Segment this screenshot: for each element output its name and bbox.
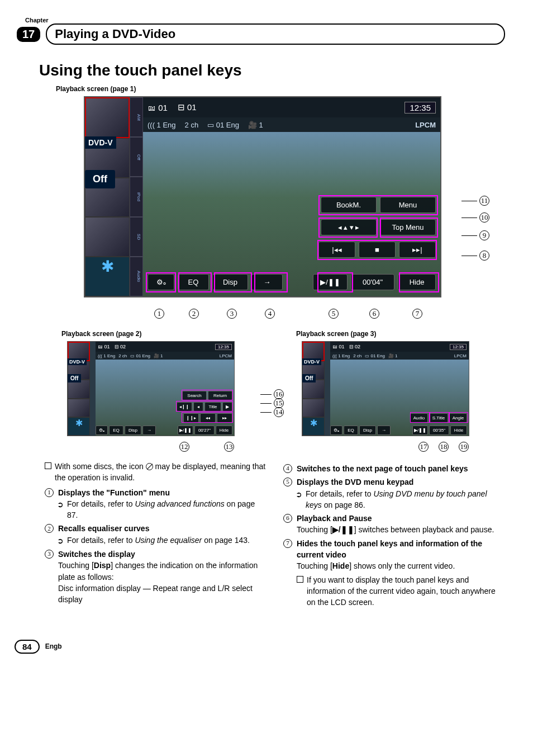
tab-sd[interactable]: SD	[130, 217, 143, 257]
s3-hide-button[interactable]: Hide	[450, 426, 467, 435]
item-6-line1: Touching [▶/❚❚] switches between playbac…	[297, 524, 494, 535]
gear-icon: ⚙ₒ	[156, 278, 166, 286]
source-thumb-sd[interactable]	[85, 217, 130, 257]
angle-button[interactable]: Angle	[449, 413, 467, 423]
s2-disp-button[interactable]: Disp	[125, 426, 141, 435]
s3-time: 00'35"	[429, 426, 449, 435]
s3-next-page-button[interactable]: →	[377, 426, 391, 435]
callout-5: 5	[329, 309, 339, 319]
subtitle-button[interactable]: S.Title	[429, 413, 448, 423]
s3-disp-button[interactable]: Disp	[359, 426, 376, 435]
eq-button[interactable]: EQ	[178, 274, 209, 290]
audio-button[interactable]: Audio	[410, 413, 428, 423]
next-button[interactable]: ▸▸|	[399, 242, 436, 258]
bookmark-button[interactable]: BookM.	[321, 197, 377, 213]
callout-10: 10	[479, 212, 489, 223]
tab-ipod[interactable]: iPod	[130, 177, 143, 216]
title-next-button[interactable]: ▶	[222, 402, 232, 412]
callout-19: 19	[459, 442, 469, 452]
rewind-button[interactable]: ◂◂	[200, 413, 216, 423]
s3-thumb[interactable]: ✱	[302, 417, 325, 436]
note-invalid: With some discs, the icon may be display…	[55, 461, 266, 484]
s3-gear-button[interactable]: ⚙ₒ	[330, 426, 342, 435]
chapter-label: Chapter	[25, 17, 505, 23]
s3-angle: 🎥 1	[388, 353, 398, 358]
note-box-icon	[297, 576, 303, 583]
s2-next-page-button[interactable]: →	[142, 426, 156, 435]
section-title: Playing a DVD-Video	[46, 23, 505, 45]
next-page-button[interactable]: →	[251, 274, 283, 290]
enum-2: 2	[45, 524, 54, 533]
s2-gear-button[interactable]: ⚙ₒ	[96, 426, 108, 435]
dvd-label: DVD-V	[85, 136, 116, 149]
s3-play-button[interactable]: ▶/❚❚	[412, 426, 428, 435]
s2-time: 00'27"	[194, 426, 215, 435]
fast-forward-button[interactable]: ▸▸	[217, 413, 232, 423]
return-button[interactable]: Return	[208, 391, 232, 400]
s2-dvd-label: DVD-V	[68, 358, 87, 365]
callout-2: 2	[189, 309, 199, 319]
callout-4: 4	[265, 309, 275, 319]
item-3-title: Switches the display	[58, 549, 266, 560]
stop-button[interactable]: ■	[359, 242, 396, 258]
refer-icon: ➲	[296, 489, 302, 511]
s3-off-label[interactable]: Off	[302, 374, 316, 382]
s3-thumb[interactable]	[302, 399, 325, 417]
playback-screen-2: ✱ 🖭 01 ⊟ 02 12:35 ((( 1 Eng 2 ch ▭ 01 En…	[67, 341, 235, 436]
item-1-sub: For details, refer to Using advanced fun…	[67, 498, 266, 521]
source-thumb-audio[interactable]: ✱	[85, 257, 130, 296]
play-pause-button[interactable]: ▶/❚❚	[313, 274, 348, 290]
callout-9: 9	[479, 230, 489, 240]
callouts-below-large: 1 2 3 4 5 6 7	[84, 303, 441, 320]
source-thumb-dvd[interactable]	[85, 97, 130, 138]
s3-thumb[interactable]	[302, 380, 325, 398]
tab-audio[interactable]: Audio	[130, 257, 143, 296]
info-strip-2: ((( 1 Eng 2 ch ▭ 01 Eng 🎥 1 LPCM	[143, 117, 440, 132]
item-7-title: Hides the touch panel keys and informati…	[297, 538, 505, 561]
body-columns: With some discs, the icon may be display…	[45, 461, 505, 612]
callout-17: 17	[418, 442, 429, 452]
tab-off[interactable]: Off	[130, 137, 143, 177]
s2-audio: ((( 1 Eng	[98, 353, 115, 358]
left-column: With some discs, the icon may be display…	[45, 461, 266, 612]
top-menu-button[interactable]: Top Menu	[380, 219, 436, 235]
enum-5: 5	[283, 478, 292, 486]
refer-icon: ➲	[57, 499, 64, 521]
s3-eq-button[interactable]: EQ	[344, 426, 358, 435]
function-gear-button[interactable]: ⚙ₒ	[147, 274, 174, 290]
angle-info: 🎥 1	[248, 121, 263, 129]
page-number: 84	[15, 640, 40, 654]
tab-am[interactable]: AM	[130, 97, 143, 137]
s2-play-button[interactable]: ▶/❚❚	[178, 426, 193, 435]
item-3-line2: Disc information display — Repeat range …	[58, 583, 266, 606]
s2-hide-button[interactable]: Hide	[216, 426, 232, 435]
s2-thumb[interactable]: ✱	[68, 417, 90, 436]
arrow-keypad-button[interactable]: ◂ ▴ ▾ ▸	[321, 219, 377, 235]
source-sidebar-tabs: AM Off iPod SD Audio	[130, 97, 143, 296]
off-label[interactable]: Off	[85, 170, 115, 188]
step-button[interactable]: ❙❙▸	[183, 413, 199, 423]
s2-off-label[interactable]: Off	[68, 374, 81, 382]
title-button[interactable]: Title	[204, 402, 221, 412]
title-prev-button[interactable]: ◂	[193, 402, 203, 412]
disp-button[interactable]: Disp	[212, 274, 248, 290]
hide-button[interactable]: Hide	[398, 274, 436, 290]
callout-13: 13	[224, 442, 234, 452]
s2-eq-button[interactable]: EQ	[109, 426, 123, 435]
callout-7: 7	[412, 309, 422, 319]
callout-14: 14	[274, 407, 284, 417]
s3-codec: LPCM	[454, 353, 467, 358]
right-column: 4 Switches to the next page of touch pan…	[283, 461, 505, 612]
slow-back-button[interactable]: ◂❙❙	[177, 402, 192, 412]
source-sidebar-thumbs: ✱	[85, 97, 130, 296]
prev-button[interactable]: |◂◂	[318, 242, 355, 258]
s3-video[interactable]	[330, 360, 469, 436]
codec-info: LPCM	[415, 121, 436, 129]
search-button[interactable]: Search	[182, 391, 207, 400]
item-7-line1: Touching [Hide] shows only the current v…	[297, 560, 505, 571]
menu-button[interactable]: Menu	[380, 197, 436, 213]
video-area[interactable]	[143, 132, 440, 296]
playback-screen-3: ✱ 🖭 01 ⊟ 02 12:35 ((( 1 Eng 2 ch ▭ 01 En…	[302, 341, 469, 436]
s2-thumb[interactable]	[68, 380, 90, 398]
s2-thumb[interactable]	[68, 399, 90, 417]
